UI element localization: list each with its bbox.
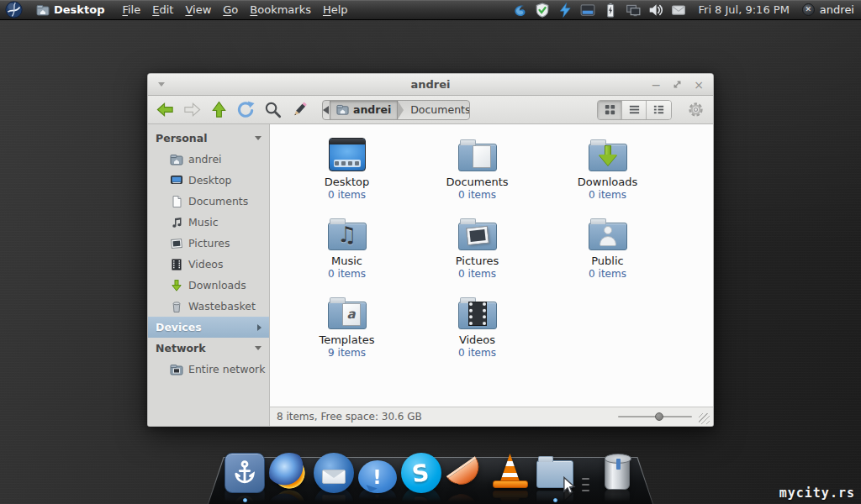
breadcrumb-segment-home[interactable]: andrei <box>330 101 398 119</box>
file-item-count: 9 items <box>328 347 366 360</box>
download-icon <box>170 279 183 292</box>
dock-item-skype[interactable]: S <box>401 453 441 493</box>
folder-music-icon: ♫ <box>326 215 368 252</box>
sidebar-item-desktop[interactable]: Desktop <box>148 170 269 191</box>
breadcrumb-segment-documents[interactable]: Documents <box>404 101 470 119</box>
zoom-slider[interactable] <box>618 411 692 423</box>
sidebar-item-music[interactable]: Music <box>148 212 269 233</box>
back-button[interactable] <box>156 100 175 119</box>
dock-item-docky-anchor[interactable] <box>224 453 265 493</box>
list-view-button[interactable] <box>622 101 647 119</box>
sidebar-item-label: andrei <box>188 153 222 165</box>
file-item-music[interactable]: ♫Music0 items <box>297 215 398 294</box>
folder-templates-icon: a <box>326 294 368 331</box>
s-glyph: S <box>410 458 430 487</box>
sidebar-section-network[interactable]: Network <box>148 338 269 359</box>
active-app[interactable]: Desktop <box>36 3 104 17</box>
file-item-documents[interactable]: Documents0 items <box>427 136 528 215</box>
sidebar-item-documents[interactable]: Documents <box>148 191 269 212</box>
session-menu[interactable]: ✕ andrei <box>802 3 854 16</box>
dock-item-thunderbird[interactable] <box>314 453 354 493</box>
resize-grip-icon[interactable] <box>699 413 710 424</box>
window-menu-icon[interactable] <box>158 82 165 87</box>
dock-item-clementine[interactable] <box>446 453 486 493</box>
clock[interactable]: Fri 8 Jul, 9:16 PM <box>699 3 790 16</box>
chevron-right-icon <box>257 324 261 331</box>
watermark: mycity.rs <box>779 486 855 501</box>
menu-bookmarks[interactable]: Bookmarks <box>244 3 317 16</box>
file-item-public[interactable]: Public0 items <box>557 215 658 294</box>
chevron-down-icon <box>255 346 261 350</box>
compact-view-button[interactable] <box>647 101 671 119</box>
sidebar-item-label: Music <box>188 216 219 228</box>
breadcrumb-scroll-left-icon[interactable] <box>323 101 330 119</box>
file-manager-window: andrei − × <box>147 73 714 427</box>
clementine-icon <box>446 453 486 493</box>
breadcrumb-separator <box>398 101 404 119</box>
sidebar-item-wastebasket[interactable]: Wastebasket <box>148 296 269 317</box>
sidebar: PersonalandreiDesktopDocumentsMusicPictu… <box>148 124 270 426</box>
menu-go[interactable]: Go <box>217 3 244 16</box>
sidebar-section-personal[interactable]: Personal <box>148 128 269 149</box>
menu-view[interactable]: View <box>179 3 217 16</box>
applications-menu-icon[interactable] <box>5 1 23 18</box>
close-button[interactable]: × <box>694 79 704 91</box>
file-name: Documents <box>446 176 508 189</box>
file-item-count: 0 items <box>458 189 496 202</box>
home-icon <box>170 153 183 166</box>
file-item-count: 0 items <box>589 268 626 281</box>
breadcrumb-label: andrei <box>353 103 391 116</box>
sidebar-item-videos[interactable]: Videos <box>148 254 269 275</box>
dock-item-file-manager[interactable] <box>535 453 575 493</box>
film-icon <box>170 258 183 271</box>
sidebar-item-downloads[interactable]: Downloads <box>148 275 269 296</box>
folder-pictures-icon <box>457 215 499 252</box>
file-name: Pictures <box>456 255 499 268</box>
edit-path-icon[interactable] <box>290 100 309 119</box>
toolbar: andrei Documents <box>148 96 713 124</box>
gear-icon[interactable] <box>685 100 705 120</box>
displays-icon[interactable] <box>626 3 641 17</box>
dock-separator-icon <box>581 463 591 491</box>
menu-edit[interactable]: Edit <box>146 3 179 16</box>
file-item-count: 0 items <box>328 189 366 202</box>
sync-swirl-icon[interactable] <box>512 3 527 17</box>
icon-view-button[interactable] <box>598 101 622 119</box>
forward-button[interactable] <box>182 100 202 119</box>
zoom-slider-knob[interactable] <box>655 412 663 421</box>
file-name: Videos <box>459 333 495 347</box>
dock-item-vlc[interactable] <box>490 453 531 493</box>
minimize-button[interactable]: − <box>652 79 662 91</box>
sidebar-item-andrei[interactable]: andrei <box>148 149 269 170</box>
top-panel: Desktop FileEditViewGoBookmarksHelp Fri … <box>0 0 861 20</box>
up-button[interactable] <box>209 100 229 119</box>
search-icon[interactable] <box>263 100 283 119</box>
menu-help[interactable]: Help <box>317 3 354 16</box>
lightning-icon[interactable] <box>557 3 573 17</box>
file-item-templates[interactable]: aTemplates9 items <box>297 294 398 373</box>
mail-icon[interactable] <box>671 3 686 17</box>
sidebar-section-devices[interactable]: Devices <box>148 317 269 338</box>
battery-icon[interactable] <box>603 3 618 17</box>
volume-icon[interactable] <box>648 3 663 17</box>
maximize-button[interactable] <box>672 79 683 90</box>
refresh-button[interactable] <box>236 100 256 119</box>
terminal-window-icon[interactable] <box>580 3 595 17</box>
sidebar-item-entire-network[interactable]: Entire network <box>148 359 269 380</box>
file-item-downloads[interactable]: Downloads0 items <box>557 136 658 215</box>
active-app-name: Desktop <box>54 3 104 16</box>
dock-item-messenger[interactable]: ! <box>358 456 397 493</box>
file-item-pictures[interactable]: Pictures0 items <box>427 215 528 294</box>
file-item-desktop[interactable]: Desktop0 items <box>297 136 398 215</box>
menu-file[interactable]: File <box>116 3 146 16</box>
titlebar[interactable]: andrei − × <box>148 74 713 96</box>
dock-item-trash[interactable] <box>597 453 637 493</box>
sidebar-item-label: Documents <box>188 195 248 207</box>
thunderbird-icon <box>314 453 354 493</box>
sidebar-item-pictures[interactable]: Pictures <box>148 233 269 254</box>
shield-check-icon[interactable] <box>535 3 550 17</box>
dock-item-firefox[interactable] <box>269 453 309 493</box>
menubar: FileEditViewGoBookmarksHelp <box>116 3 353 16</box>
home-folder-icon <box>36 3 50 17</box>
file-item-videos[interactable]: Videos0 items <box>427 294 528 373</box>
